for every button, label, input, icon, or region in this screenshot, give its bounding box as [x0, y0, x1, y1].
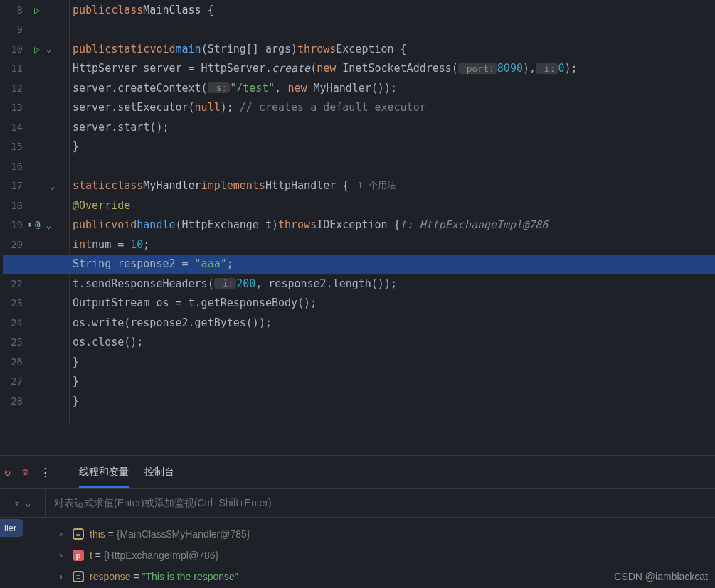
- fold-icon[interactable]: ⌄: [46, 220, 51, 230]
- debug-toolbar: ↻ ⊘ ⋮ 线程和变量 控制台: [0, 455, 715, 489]
- param-icon: p: [73, 550, 84, 561]
- chevron-down-icon[interactable]: ⌄: [26, 498, 31, 508]
- line-number: 15: [0, 141, 24, 152]
- stop-icon[interactable]: ⊘: [22, 466, 28, 479]
- evaluate-row: ▿ ⌄ 对表达式求值(Enter)或添加监视(Ctrl+Shift+Enter): [0, 489, 715, 518]
- line-number: 26: [0, 356, 24, 368]
- at-icon: @: [35, 220, 40, 230]
- line-number: 18: [0, 200, 24, 211]
- variables-panel: › ≡ this = {MainClass$MyHandler@785} › p…: [0, 518, 715, 587]
- current-execution-line: String response2 = "aaa";: [73, 255, 715, 274]
- run-icon[interactable]: ▷: [34, 43, 40, 55]
- code-area[interactable]: public class MainClass { public static v…: [70, 0, 715, 424]
- line-number: 10: [0, 43, 24, 55]
- line-number: 13: [0, 102, 24, 113]
- line-number: 17: [0, 180, 24, 191]
- run-icon[interactable]: ▷: [34, 4, 40, 16]
- panel-divider[interactable]: [0, 424, 715, 455]
- line-number: 24: [0, 317, 24, 328]
- filter-icon[interactable]: ▿: [14, 498, 20, 508]
- line-number: 23: [0, 297, 24, 309]
- line-number: 19: [0, 219, 24, 230]
- tab-console[interactable]: 控制台: [144, 456, 174, 488]
- line-number: 25: [0, 336, 24, 348]
- variable-row[interactable]: › ≡ this = {MainClass$MyHandler@785}: [0, 523, 715, 545]
- override-icon[interactable]: ⬍: [27, 220, 32, 230]
- tab-threads-vars[interactable]: 线程和变量: [79, 456, 129, 488]
- chevron-right-icon[interactable]: ›: [60, 550, 67, 560]
- chevron-right-icon[interactable]: ›: [60, 572, 67, 582]
- debug-tabs: 线程和变量 控制台: [79, 456, 174, 488]
- fold-icon[interactable]: ⌄: [50, 181, 55, 191]
- line-number: 12: [0, 82, 24, 94]
- watermark: CSDN @iamblackcat: [614, 571, 708, 582]
- line-number: 22: [0, 278, 24, 289]
- code-editor[interactable]: 8▷ 9 10▷⌄ 11 12 13 14 15 16 17⌄ 18 19⬍@⌄…: [0, 0, 715, 424]
- fold-icon[interactable]: ⌄: [46, 43, 51, 54]
- editor-gutter: 8▷ 9 10▷⌄ 11 12 13 14 15 16 17⌄ 18 19⬍@⌄…: [0, 0, 70, 424]
- line-number: 8: [0, 4, 24, 16]
- inline-debug-value: t: HttpExchangeImpl@786: [401, 218, 549, 231]
- stack-frame-label[interactable]: ller: [0, 519, 23, 537]
- usages-hint[interactable]: 1 个用法: [357, 179, 396, 192]
- line-number: 9: [0, 23, 24, 35]
- line-number: 20: [0, 239, 24, 250]
- rerun-icon[interactable]: ↻: [4, 466, 11, 479]
- evaluate-expression-input[interactable]: 对表达式求值(Enter)或添加监视(Ctrl+Shift+Enter): [46, 497, 715, 510]
- variable-row[interactable]: › p t = {HttpExchangeImpl@786}: [0, 545, 715, 566]
- object-icon: ≡: [73, 528, 84, 540]
- variable-row[interactable]: › ≡ response = "This is the response": [0, 566, 715, 587]
- line-number: 14: [0, 122, 24, 133]
- line-number: 27: [0, 375, 24, 387]
- chevron-right-icon[interactable]: ›: [60, 529, 67, 539]
- object-icon: ≡: [73, 571, 84, 582]
- more-icon[interactable]: ⋮: [40, 466, 51, 479]
- line-number: 16: [0, 161, 24, 172]
- line-number: 28: [0, 395, 24, 407]
- line-number: 11: [0, 63, 24, 74]
